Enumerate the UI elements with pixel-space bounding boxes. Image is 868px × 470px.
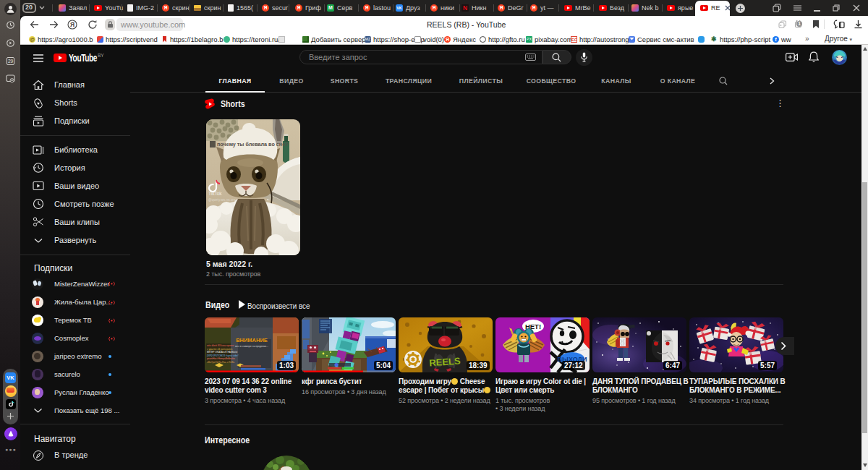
- svg-text:peantHoct HempaBeAnubo: peantHoct HempaBeAnubo: [207, 357, 235, 360]
- svg-text:cMoTpeTb Ha Hac c HeBa: cMoTpeTb Ha Hac c HeBa: [207, 361, 234, 364]
- svg-text:TikTok: TikTok: [208, 191, 222, 196]
- svg-text:REELS: REELS: [429, 355, 461, 368]
- svg-text:BETEP OKA3AncR HA Mecte: BETEP OKA3AncR HA Mecte: [207, 351, 238, 354]
- svg-text:ВНИМАНИЕ: ВНИМАНИЕ: [236, 337, 268, 343]
- svg-text:c yqactne 24 participates: c yqactne 24 participates: [207, 348, 233, 351]
- svg-text:witv dkeitt 83 koxa nponna: witv dkeitt 83 koxa nponna: [207, 344, 234, 347]
- svg-text:@qwrty.ws.ns.ors: @qwrty.ws.ns.ors: [208, 198, 236, 202]
- svg-text:почему ты блевала во сне?: почему ты блевала во сне?: [217, 141, 289, 148]
- svg-text:вес в снимере на пределах...: вес в снимере на пределах...: [235, 345, 268, 348]
- svg-text:Я: Я: [70, 21, 75, 28]
- svg-text:[VIP] KPUTOBO3: hyero cebe!: [VIP] KPUTOBO3: hyero cebe!: [207, 354, 239, 357]
